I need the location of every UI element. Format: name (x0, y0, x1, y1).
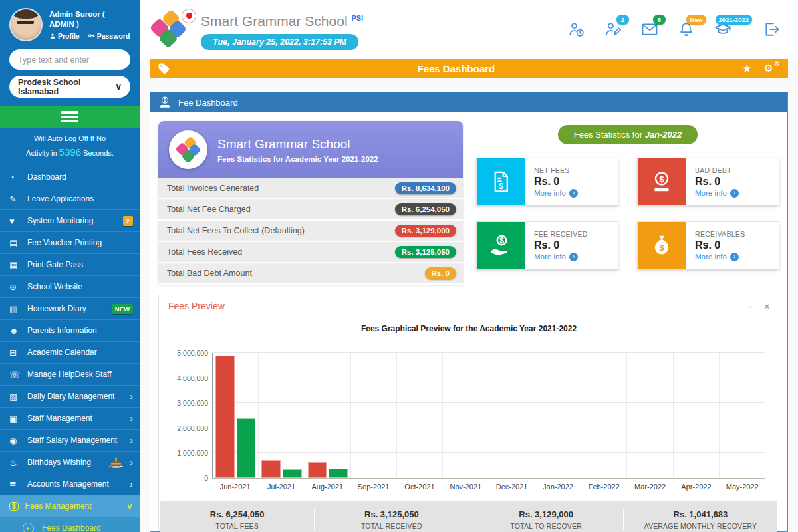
page-title-bar: Fees Dashboard ★ ⚙⚙ (150, 59, 788, 78)
arrow-circle-icon: › (730, 189, 739, 198)
fee-summary-row: Total Invoices GeneratedRs. 8,634,100 (158, 178, 463, 200)
sidebar-collapse-button[interactable] (0, 106, 140, 128)
chevron-down-icon: ∨ (126, 501, 133, 511)
bar-fees-received (237, 418, 256, 478)
sidebar-item-accounts-management[interactable]: ≣Accounts Management› (0, 473, 140, 495)
fee-received-card: $ FEE RECEIVED Rs. 0 More info› (476, 221, 618, 269)
fee-received-more-link[interactable]: More info› (534, 253, 588, 261)
favorite-star-button[interactable]: ★ (742, 62, 752, 76)
sidebar-item-dashboard[interactable]: ◔Dashboard (0, 166, 140, 188)
fees-preview-title: Fees Preview (168, 301, 225, 311)
chart-footer-stats: Rs. 6,254,050TOTAL FEESRs. 3,125,050TOTA… (160, 501, 777, 532)
profile-link[interactable]: Profile (49, 32, 80, 40)
main-area: Smart Grammar School PSI Tue, January 25… (140, 0, 798, 532)
fees-preview-panel: Fees Preview – × Fees Graphical Preview … (158, 295, 779, 531)
notifications-button[interactable]: New (677, 20, 696, 39)
sidebar-item-leave-applications[interactable]: ✎Leave Applications (0, 188, 140, 209)
bar-fees-received (329, 469, 348, 478)
money-bag-icon: $ (650, 233, 674, 257)
card-label: BAD DEBT (695, 166, 739, 174)
school-select[interactable]: Prodesk School Islamabad ∨ (9, 76, 130, 98)
month-label: Jan-2022 (645, 130, 682, 140)
psi-superscript: PSI (351, 14, 363, 22)
y-axis-tick-label: 1,000,000 (177, 449, 208, 457)
logout-button[interactable] (762, 20, 781, 39)
y-axis-tick-label: 4,000,000 (177, 374, 208, 382)
footer-stat-value: Rs. 3,129,000 (469, 509, 623, 519)
bar-group-oct-2021 (397, 353, 443, 478)
user-name: Admin Suroor ( ADMIN ) (49, 9, 130, 29)
sidebar-item-fees-dashboard[interactable]: ▸Fees Dashboard (0, 517, 140, 532)
requests-button[interactable]: 2 (604, 20, 622, 39)
bar-fees-charged (308, 462, 327, 478)
panel-title: Fee Dashboard (178, 98, 238, 108)
footer-stat-label: AVERAGE MONTHLY RECOVERY (624, 522, 777, 530)
sidebar-item-homework-diary[interactable]: ▥Homework DiaryNEW (0, 297, 140, 319)
chart-title: Fees Graphical Preview for the Academic … (159, 324, 779, 333)
fees-chart: 01,000,0002,000,0003,000,0004,000,0005,0… (168, 353, 765, 491)
sidebar-item-daily-diary-management[interactable]: ▧Daily Diary Management› (0, 385, 140, 407)
fee-summary-label: Total Invoices Generated (167, 184, 259, 193)
session-button[interactable]: 2021-2022 (714, 20, 732, 39)
fee-summary-label: Total Net Fee Charged (167, 205, 251, 214)
sidebar-item-label: Fees Dashboard (42, 523, 133, 532)
fee-summary-row: Total Net Fee ChargedRs. 6,254,050 (158, 200, 463, 221)
summary-subtitle: Fees Statistics for Academic Year 2021-2… (217, 155, 378, 163)
accounts-icon: ≣ (9, 479, 27, 489)
user-activity-button[interactable] (567, 20, 586, 39)
x-axis-tick-label: Sep-2021 (350, 479, 396, 491)
avatar[interactable] (9, 8, 43, 41)
y-axis-tick-label: 3,000,000 (177, 399, 208, 407)
sidebar-item-academic-calendar[interactable]: ⊞Academic Calendar (0, 341, 140, 363)
fee-summary-value-pill: Rs. 3,125,050 (395, 246, 456, 258)
close-button[interactable]: × (764, 301, 769, 311)
svg-text:$: $ (499, 236, 504, 245)
bad-debt-more-link[interactable]: More info› (695, 189, 739, 198)
school-logo-small (175, 136, 201, 163)
footer-stat: Rs. 3,129,000TOTAL TO RECOVER (469, 509, 624, 530)
card-label: NET FEES (534, 166, 578, 174)
minimize-button[interactable]: – (749, 301, 753, 311)
bar-group-jul-2021 (259, 353, 305, 478)
month-stats-button[interactable]: Fees Statistics for Jan-2022 (558, 125, 698, 144)
calendar-icon: ⊞ (9, 348, 27, 358)
sidebar-top: Admin Suroor ( ADMIN ) Profile Password … (0, 0, 140, 98)
fee-summary-row: Total Bad Debt AmountRs. 0 (158, 263, 463, 285)
sidebar-item-label: Birthdays Wishing (27, 458, 108, 467)
bar-group-feb-2022 (581, 353, 627, 478)
sidebar-badge: NEW (112, 304, 133, 314)
sidebar-item-label: Manage HelpDesk Staff (27, 370, 133, 379)
sidebar-item-label: Accounts Management (27, 479, 126, 489)
chevron-right-icon: › (130, 413, 133, 424)
clipboard-icon: ▥ (9, 304, 27, 314)
sidebar-item-manage-helpdesk-staff[interactable]: ☏Manage HelpDesk Staff (0, 363, 140, 385)
x-axis-tick-label: Dec-2021 (489, 479, 535, 491)
bar-fees-received (283, 469, 302, 478)
sidebar-item-fee-voucher-printing[interactable]: ▤Fee Voucher Printing (0, 231, 140, 253)
staff-icon: ▣ (9, 414, 27, 424)
receivables-more-link[interactable]: More info› (695, 253, 745, 261)
net-fees-more-link[interactable]: More info› (534, 189, 578, 198)
sidebar-item-birthdays-wishing[interactable]: ♨Birthdays Wishing› (0, 451, 140, 473)
sidebar-item-school-website[interactable]: ⊕School Website (0, 275, 140, 297)
bar-fees-charged (215, 356, 235, 478)
footer-stat-label: TOTAL FEES (160, 522, 314, 530)
notifications-badge: New (686, 15, 706, 25)
sidebar-item-system-monitoring[interactable]: ♥System Monitoring2 (0, 209, 140, 231)
gate-pass-icon: ▦ (9, 260, 27, 270)
sidebar-item-parents-information[interactable]: ☻Parents Information (0, 319, 140, 341)
settings-gears-button[interactable]: ⚙⚙ (764, 62, 780, 75)
sidebar-item-fees-management[interactable]: $Fees Management∨ (0, 495, 140, 517)
messages-button[interactable]: 6 (640, 20, 659, 39)
sidebar-item-staff-management[interactable]: ▣Staff Management› (0, 407, 140, 429)
search-input[interactable] (9, 49, 130, 70)
hand-coin-icon: $ (489, 233, 513, 257)
sidebar-item-staff-salary-management[interactable]: ◉Staff Salary Management› (0, 429, 140, 451)
fees-icon: $ (9, 502, 19, 511)
footer-stat-value: Rs. 1,041,683 (624, 509, 777, 519)
password-link[interactable]: Password (88, 32, 130, 40)
fee-dashboard-panel: $ Fee Dashboard (150, 92, 788, 532)
logoff-seconds: 5396 (59, 146, 81, 158)
invoice-icon: $ (489, 170, 513, 194)
sidebar-item-print-gate-pass[interactable]: ▦Print Gate Pass (0, 253, 140, 275)
